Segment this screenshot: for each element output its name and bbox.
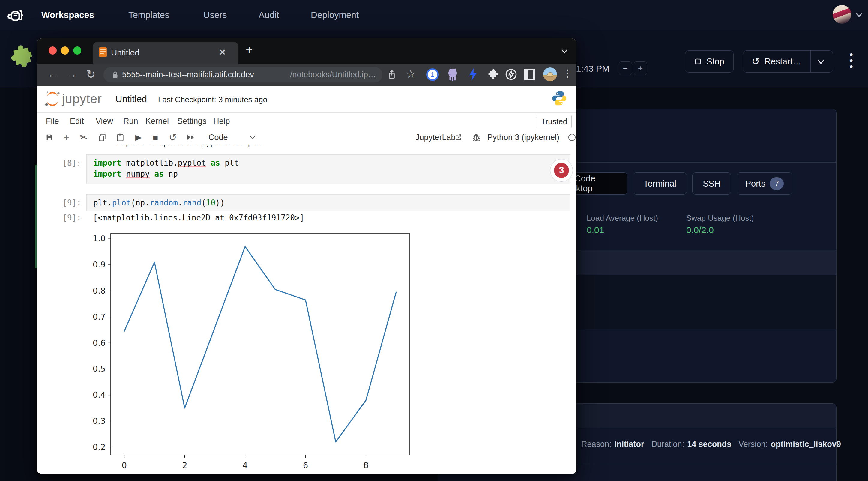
puzzle-extension-icon (4, 42, 34, 72)
interrupt-kernel-button[interactable]: ■ (153, 130, 158, 145)
nav-item-users[interactable]: Users (203, 0, 227, 30)
svg-text:1.0: 1.0 (93, 234, 105, 243)
energy-saver-icon[interactable] (505, 68, 517, 81)
svg-text:0.4: 0.4 (93, 390, 105, 399)
browser-tabstrip: Untitled ✕ + (37, 38, 577, 64)
restart-split-divider (810, 51, 811, 72)
lightning-extension-icon[interactable] (468, 67, 478, 82)
tab-search-chevron-icon[interactable] (560, 48, 569, 55)
window-maximize-button[interactable] (73, 46, 81, 55)
nav-item-workspaces[interactable]: Workspaces (41, 0, 94, 30)
extensions-puzzle-icon[interactable] (486, 68, 498, 81)
share-icon[interactable] (387, 69, 396, 80)
notebook-title[interactable]: Untitled (116, 94, 147, 105)
checkpoint-status: Last Checkpoint: 3 minutes ago (158, 95, 267, 104)
execution-count-badge[interactable]: 3 (554, 163, 569, 178)
browser-window: Untitled ✕ + ← → ↻ 5555--main--test--mat (37, 38, 577, 474)
ports-count-badge: 7 (770, 177, 784, 190)
browser-kebab-menu[interactable]: ⋮ (562, 67, 572, 79)
ports-button[interactable]: Ports 7 (737, 172, 793, 195)
nav-item-audit[interactable]: Audit (258, 0, 279, 30)
browser-tab[interactable]: Untitled ✕ (93, 42, 238, 64)
copy-cells-button[interactable] (98, 130, 106, 145)
restart-kernel-button[interactable]: ↺ (169, 130, 177, 145)
swap-usage-label: Swap Usage (Host) (686, 214, 754, 223)
zoom-out-button[interactable]: − (619, 62, 632, 75)
user-avatar[interactable] (833, 5, 851, 24)
side-panel-icon[interactable] (524, 69, 535, 81)
window-minimize-button[interactable] (61, 46, 69, 55)
python-logo-icon (551, 90, 568, 107)
stop-workspace-button[interactable]: Stop (685, 51, 734, 72)
svg-text:0.2: 0.2 (93, 442, 105, 452)
address-bar[interactable]: 5555--main--test--matifali.atif.cdr.dev … (103, 67, 382, 83)
run-cell-button[interactable]: ▶ (135, 130, 142, 145)
paste-cells-button[interactable] (116, 130, 124, 145)
restart-options-chevron-icon[interactable] (816, 57, 826, 66)
chrome-profile-avatar[interactable] (543, 67, 557, 81)
jupyter-favicon (99, 47, 107, 57)
menu-file[interactable]: File (46, 113, 59, 130)
save-button[interactable] (45, 130, 54, 145)
code-line: import matplotlib.pyplot as plt (93, 158, 239, 167)
load-average-label: Load Average (Host) (587, 214, 658, 223)
jupyter-header: jupyter Untitled Last Checkpoint: 3 minu… (37, 86, 577, 113)
forward-button[interactable]: → (67, 68, 77, 80)
kernel-status-icon[interactable] (568, 134, 576, 141)
workspace-kebab-menu[interactable]: ••• (849, 52, 853, 70)
browser-toolbar: ← → ↻ 5555--main--test--matifali.atif.cd… (37, 64, 577, 86)
cell-type-chevron-icon[interactable] (249, 130, 256, 145)
reason-label: Reason: (581, 440, 612, 449)
menu-edit[interactable]: Edit (70, 113, 84, 130)
trusted-button[interactable]: Trusted (536, 115, 572, 128)
restart-run-all-button[interactable] (186, 130, 195, 145)
add-cell-button[interactable]: + (63, 130, 69, 145)
svg-text:4: 4 (243, 460, 248, 470)
scrolled-clipped-line: import matplotlib.pyplot as plt (116, 145, 284, 149)
svg-text:8: 8 (363, 460, 368, 470)
cut-cells-button[interactable]: ✂ (80, 130, 88, 145)
nav-item-deployment[interactable]: Deployment (311, 0, 359, 30)
menu-settings[interactable]: Settings (177, 113, 207, 130)
input-prompt: [8]: (51, 159, 81, 168)
output-prompt: [9]: (51, 213, 81, 222)
code-cell[interactable]: plt.plot(np.random.rand(10)) (86, 194, 570, 211)
back-button[interactable]: ← (48, 68, 58, 80)
debugger-bug-icon[interactable] (472, 130, 481, 145)
ssh-button[interactable]: SSH (692, 172, 731, 195)
new-tab-button[interactable]: + (246, 43, 252, 57)
nav-item-templates[interactable]: Templates (128, 0, 169, 30)
jupyter-logo-icon (44, 91, 61, 107)
kernel-name[interactable]: Python 3 (ipykernel) (487, 130, 559, 145)
url-domain: 5555--main--test--matifali.atif.cdr.dev (122, 70, 254, 79)
svg-text:0.7: 0.7 (93, 312, 105, 321)
window-close-button[interactable] (49, 46, 57, 55)
menu-run[interactable]: Run (123, 113, 138, 130)
tab-close-icon[interactable]: ✕ (219, 47, 226, 57)
user-menu-chevron-icon[interactable] (855, 11, 863, 19)
menu-kernel[interactable]: Kernel (146, 113, 169, 130)
duration-value: 14 seconds (687, 440, 731, 449)
load-average-value: 0.01 (587, 225, 604, 235)
stop-square-icon (694, 58, 702, 65)
output-repr-text: [<matplotlib.lines.Line2D at 0x7fd03f191… (93, 213, 304, 222)
version-label: Version: (738, 440, 768, 449)
bookmark-star-icon[interactable]: ☆ (406, 68, 415, 81)
menu-help[interactable]: Help (213, 113, 230, 130)
reload-button[interactable]: ↻ (86, 68, 96, 81)
svg-text:6: 6 (303, 460, 308, 470)
svg-text:2: 2 (182, 460, 187, 470)
cell-type-dropdown[interactable]: Code (209, 130, 228, 145)
code-cell[interactable]: import matplotlib.pyplot as plt import n… (86, 154, 570, 184)
svg-text:0: 0 (122, 460, 127, 470)
open-jupyterlab-link[interactable]: JupyterLab (415, 130, 456, 145)
external-link-icon[interactable] (455, 130, 462, 145)
onepassword-extension-icon[interactable]: 1 (426, 68, 439, 81)
menu-view[interactable]: View (96, 113, 113, 130)
github-extension-icon[interactable] (446, 68, 459, 82)
coder-logo-icon[interactable] (7, 7, 25, 24)
jupyter-menubar: File Edit View Run Kernel Settings Help … (37, 113, 577, 130)
terminal-button[interactable]: Terminal (633, 172, 687, 195)
zoom-in-button[interactable]: + (634, 62, 647, 75)
build-info-row: Reason: initiator Duration: 14 seconds V… (581, 440, 841, 449)
